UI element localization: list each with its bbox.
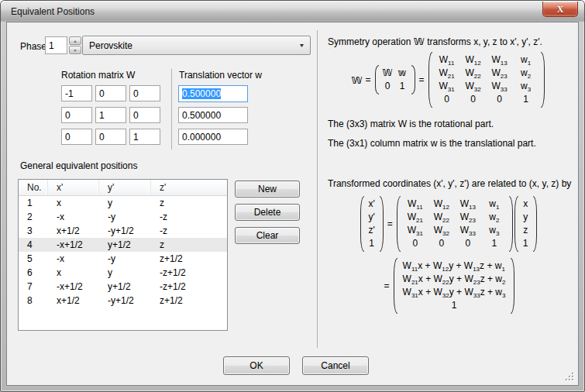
table-row[interactable]: 8x+1/2-y+1/2z+1/2 xyxy=(19,294,227,308)
equals-sign: = xyxy=(366,74,371,85)
table-cell: -y+1/2 xyxy=(99,294,151,308)
delete-button-label: Delete xyxy=(254,207,281,218)
rotation-input-r1c3[interactable] xyxy=(129,85,160,101)
matrix-cell: W13 xyxy=(487,53,513,67)
table-row[interactable]: 3x+1/2-y+1/2-z xyxy=(19,224,227,238)
rotation-input-r3c3[interactable] xyxy=(129,129,160,145)
matrix-cell: 𝕨 xyxy=(395,67,410,80)
augmented-matrix: W11W12W13w1W21W22W23w2W31W32W33w30001 xyxy=(397,196,513,252)
vector-cell: y' xyxy=(366,211,378,224)
matrix-cell: w3 xyxy=(481,224,508,237)
rotation-input-r2c3[interactable] xyxy=(129,107,160,123)
vector-cell: W31x + W32y + W33z + w3 xyxy=(399,286,510,299)
matrix-cell: w3 xyxy=(513,80,539,93)
table-cell: -y xyxy=(99,210,151,224)
phase-input[interactable] xyxy=(45,36,67,54)
table-cell: 1 xyxy=(19,196,48,210)
table-row[interactable]: 4-x+1/2y+1/2z xyxy=(19,238,227,252)
translation-input-3[interactable] xyxy=(178,129,248,145)
rotation-input-r3c1[interactable] xyxy=(61,129,92,145)
table-cell: y+1/2 xyxy=(99,280,151,294)
rotation-input-r3c2[interactable] xyxy=(95,129,126,145)
right-paren xyxy=(411,65,415,95)
resize-grip[interactable] xyxy=(566,373,575,382)
equivalent-positions-dialog: Equivalent Positions X Phase: ▲ ▼ Perovs… xyxy=(0,0,585,392)
section-divider xyxy=(171,69,172,150)
input-vector: xyz1 xyxy=(514,196,537,252)
matrix-cell: W13 xyxy=(455,198,481,211)
matrix-cell: W21 xyxy=(402,211,428,224)
table-cell: z+1/2 xyxy=(151,294,227,308)
table-cell: 4 xyxy=(19,238,48,252)
matrix-cell: W31 xyxy=(402,224,428,237)
table-cell: 3 xyxy=(19,224,48,238)
transform-equation: x'y'z'1 = W11W12W13w1W21W22W23w2W31W32W3… xyxy=(318,196,578,252)
matrix-cell: 𝕎 xyxy=(380,67,395,80)
right-paren xyxy=(533,196,537,252)
rotation-input-r1c2[interactable] xyxy=(95,85,126,101)
matrix-cell: W32 xyxy=(460,80,487,93)
matrix-cell: w1 xyxy=(513,53,539,67)
matrix-cell: W11 xyxy=(434,53,460,67)
cancel-button[interactable]: Cancel xyxy=(302,356,369,375)
matrix-cell: W22 xyxy=(428,211,455,224)
right-paren xyxy=(511,258,514,314)
translation-input-2[interactable] xyxy=(178,107,248,123)
dialog-body: Phase: ▲ ▼ Perovskite ▼ Rotation matrix … xyxy=(6,22,579,386)
rotation-input-r1c1[interactable] xyxy=(61,85,92,101)
titlebar[interactable]: Equivalent Positions X xyxy=(1,1,584,22)
rotation-matrix-label: Rotation matrix W xyxy=(61,70,135,81)
table-cell: 5 xyxy=(19,252,48,266)
table-cell: -z xyxy=(151,210,227,224)
table-cell: -z+1/2 xyxy=(151,266,227,280)
table-cell: y+1/2 xyxy=(99,238,151,252)
chevron-down-icon: ▼ xyxy=(298,43,305,48)
table-cell: -y+1/2 xyxy=(99,224,151,238)
augmented-matrix: W11W12W13w1W21W22W23w2W31W32W33w30001 xyxy=(428,52,545,108)
positions-label: General equivalent positions xyxy=(20,160,137,171)
block-matrix: 𝕎𝕨01 xyxy=(375,65,415,95)
vector-cell: 1 xyxy=(520,237,532,250)
translational-part-note: The (3x1) column matrix w is the transla… xyxy=(328,138,536,149)
table-cell: x xyxy=(48,196,99,210)
right-paren xyxy=(541,52,545,108)
table-row[interactable]: 2-x-y-z xyxy=(19,210,227,224)
matrix-cell: W12 xyxy=(428,198,455,211)
equals-sign: = xyxy=(384,280,390,291)
rotation-input-r2c1[interactable] xyxy=(61,107,92,123)
table-row[interactable]: 6xy-z+1/2 xyxy=(19,266,227,280)
matrix-cell: 1 xyxy=(481,237,508,250)
matrix-cell: W31 xyxy=(434,80,460,93)
w-operator-symbol: 𝕎 xyxy=(351,74,362,86)
matrix-cell: W23 xyxy=(455,211,481,224)
close-icon: X xyxy=(557,5,564,14)
cancel-button-label: Cancel xyxy=(321,360,349,371)
matrix-cell: w1 xyxy=(481,198,508,211)
phase-spinner-down-button[interactable]: ▼ xyxy=(69,46,81,54)
right-paren xyxy=(509,196,513,252)
symmetry-description-post: transforms x, y, z to x', y', z'. xyxy=(427,36,542,47)
ok-button[interactable]: OK xyxy=(223,356,290,375)
left-paren xyxy=(375,65,379,95)
rotation-input-r2c2[interactable] xyxy=(95,107,126,123)
table-row[interactable]: 5-x-yz+1/2 xyxy=(19,252,227,266)
column-header-x: x' xyxy=(48,180,99,195)
rotational-part-note: The (3x3) matrix W is the rotational par… xyxy=(328,119,494,129)
matrix-cell: 0 xyxy=(402,237,428,250)
positions-table-body: 1xyz2-x-y-z3x+1/2-y+1/2-z4-x+1/2y+1/2z5-… xyxy=(19,196,227,330)
table-cell: 6 xyxy=(19,266,48,280)
new-button[interactable]: New xyxy=(235,181,300,198)
table-cell: 7 xyxy=(19,280,48,294)
table-row[interactable]: 7-x+1/2y+1/2-z+1/2 xyxy=(19,280,227,294)
translation-input-1[interactable]: 0.500000 xyxy=(178,85,248,102)
matrix-cell: 0 xyxy=(428,237,455,250)
close-button[interactable]: X xyxy=(542,2,578,17)
phase-selector[interactable]: Perovskite ▼ xyxy=(82,36,311,55)
vector-cell: y xyxy=(520,211,532,224)
table-row[interactable]: 1xyz xyxy=(19,196,227,210)
delete-button[interactable]: Delete xyxy=(235,204,300,221)
phase-spinner-up-button[interactable]: ▲ xyxy=(69,36,81,45)
clear-button[interactable]: Clear xyxy=(235,227,300,244)
matrix-cell: 0 xyxy=(460,93,487,106)
symmetry-description: Symmetry operation 𝕎 transforms x, y, z … xyxy=(328,36,542,47)
